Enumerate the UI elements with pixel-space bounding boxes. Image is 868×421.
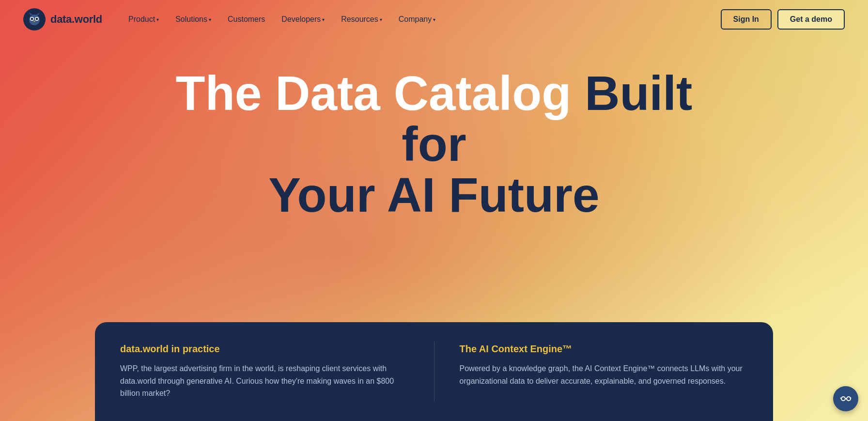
card-practice-body: WPP, the largest advertising firm in the… xyxy=(120,362,409,400)
logo-link[interactable]: data.world xyxy=(23,8,102,31)
nav-item-company[interactable]: Company ▾ xyxy=(392,11,442,28)
card-engine-body: Powered by a knowledge graph, the AI Con… xyxy=(460,362,748,387)
nav-resources-chevron-icon: ▾ xyxy=(380,17,382,22)
nav-item-product[interactable]: Product ▾ xyxy=(122,11,166,28)
hero-section: The Data Catalog Built for Your AI Futur… xyxy=(0,39,868,240)
svg-point-8 xyxy=(841,397,845,401)
svg-point-3 xyxy=(31,18,33,20)
svg-point-9 xyxy=(847,397,851,401)
nav-company-chevron-icon: ▾ xyxy=(433,17,435,22)
navbar-right: Sign In Get a demo xyxy=(721,9,845,30)
get-demo-button[interactable]: Get a demo xyxy=(777,9,845,30)
floating-chat-badge[interactable] xyxy=(833,386,858,411)
signin-button[interactable]: Sign In xyxy=(721,9,772,30)
nav-solutions-label: Solutions xyxy=(175,15,207,24)
card-item-practice: data.world in practice WPP, the largest … xyxy=(95,322,434,421)
svg-marker-6 xyxy=(29,13,32,15)
navbar-left: data.world Product ▾ Solutions ▾ Custome… xyxy=(23,8,442,31)
nav-item-customers[interactable]: Customers xyxy=(221,11,272,28)
svg-marker-7 xyxy=(36,13,40,15)
nav-product-label: Product xyxy=(128,15,155,24)
nav-product-chevron-icon: ▾ xyxy=(156,17,159,22)
nav-item-resources[interactable]: Resources ▾ xyxy=(334,11,388,28)
hero-title-dark-ai: Your AI Future xyxy=(268,168,599,222)
nav-customers-label: Customers xyxy=(228,15,265,24)
nav-resources-label: Resources xyxy=(341,15,378,24)
nav-developers-chevron-icon: ▾ xyxy=(322,17,325,22)
nav-item-developers[interactable]: Developers ▾ xyxy=(275,11,331,28)
svg-line-11 xyxy=(840,398,841,399)
svg-line-12 xyxy=(850,398,851,399)
hero-title: The Data Catalog Built for Your AI Futur… xyxy=(143,68,725,220)
svg-point-4 xyxy=(36,18,38,20)
logo-owl-icon xyxy=(23,8,46,31)
nav-company-label: Company xyxy=(399,15,432,24)
nav-item-solutions[interactable]: Solutions ▾ xyxy=(169,11,218,28)
nav-developers-label: Developers xyxy=(281,15,321,24)
navbar: data.world Product ▾ Solutions ▾ Custome… xyxy=(0,0,868,39)
card-item-engine: The AI Context Engine™ Powered by a know… xyxy=(434,322,774,421)
nav-links: Product ▾ Solutions ▾ Customers Develope… xyxy=(122,11,442,28)
logo-text: data.world xyxy=(50,13,102,26)
card-engine-title: The AI Context Engine™ xyxy=(460,343,748,355)
nav-solutions-chevron-icon: ▾ xyxy=(209,17,211,22)
card-practice-title: data.world in practice xyxy=(120,343,409,355)
hero-title-white: The Data Catalog xyxy=(176,66,585,120)
bottom-cards-section: data.world in practice WPP, the largest … xyxy=(95,322,773,421)
